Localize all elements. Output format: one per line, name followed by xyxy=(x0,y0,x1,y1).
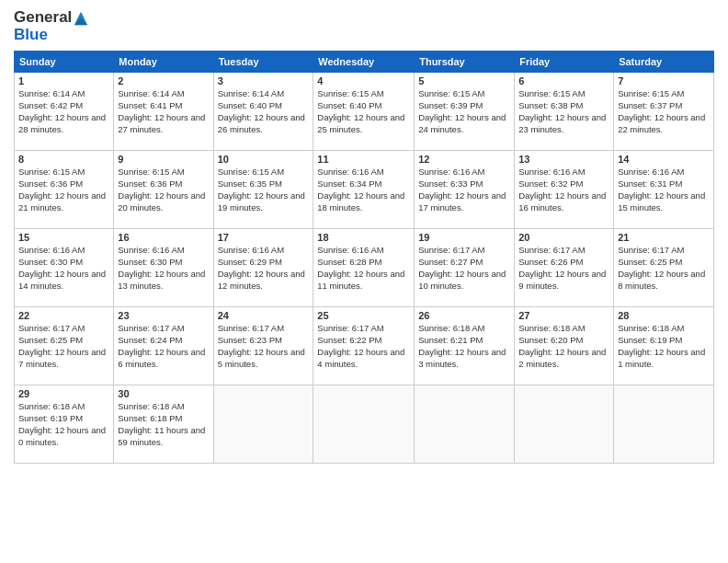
day-info: Sunrise: 6:16 AM Sunset: 6:30 PM Dayligh… xyxy=(118,245,209,292)
sunrise-label: Sunrise: 6:16 AM xyxy=(317,167,383,177)
sunset-label: Sunset: 6:19 PM xyxy=(618,335,682,345)
day-info: Sunrise: 6:18 AM Sunset: 6:18 PM Dayligh… xyxy=(118,401,209,448)
day-number: 5 xyxy=(418,75,510,86)
daylight-label: Daylight: 12 hours and 18 minutes. xyxy=(317,190,404,213)
calendar-day-cell: 15 Sunrise: 6:16 AM Sunset: 6:30 PM Dayl… xyxy=(15,229,114,307)
daylight-label: Daylight: 12 hours and 5 minutes. xyxy=(218,347,305,369)
calendar-day-cell: 20 Sunrise: 6:17 AM Sunset: 6:26 PM Dayl… xyxy=(515,229,614,307)
calendar-week-row: 22 Sunrise: 6:17 AM Sunset: 6:25 PM Dayl… xyxy=(15,307,714,385)
sunset-label: Sunset: 6:34 PM xyxy=(317,178,381,189)
sunrise-label: Sunrise: 6:18 AM xyxy=(618,323,684,333)
calendar-day-cell: 1 Sunrise: 6:14 AM Sunset: 6:42 PM Dayli… xyxy=(15,73,114,151)
day-number: 2 xyxy=(118,75,209,86)
day-number: 26 xyxy=(418,310,510,321)
sunset-label: Sunset: 6:28 PM xyxy=(317,257,381,267)
daylight-label: Daylight: 12 hours and 6 minutes. xyxy=(118,347,205,369)
day-number: 7 xyxy=(618,75,710,86)
sunrise-label: Sunrise: 6:17 AM xyxy=(118,323,184,333)
sunrise-label: Sunrise: 6:17 AM xyxy=(518,245,585,255)
day-info: Sunrise: 6:15 AM Sunset: 6:40 PM Dayligh… xyxy=(317,88,410,135)
calendar-day-cell: 19 Sunrise: 6:17 AM Sunset: 6:27 PM Dayl… xyxy=(415,229,515,307)
sunset-label: Sunset: 6:18 PM xyxy=(118,413,182,423)
sunset-label: Sunset: 6:30 PM xyxy=(118,257,182,267)
calendar-day-cell: 3 Sunrise: 6:14 AM Sunset: 6:40 PM Dayli… xyxy=(213,73,313,151)
daylight-label: Daylight: 12 hours and 0 minutes. xyxy=(18,425,106,447)
day-info: Sunrise: 6:18 AM Sunset: 6:19 PM Dayligh… xyxy=(18,401,109,448)
sunset-label: Sunset: 6:39 PM xyxy=(418,100,483,110)
sunrise-label: Sunrise: 6:18 AM xyxy=(418,323,484,333)
sunrise-label: Sunrise: 6:16 AM xyxy=(518,167,585,177)
daylight-label: Daylight: 12 hours and 3 minutes. xyxy=(418,347,506,369)
header: General Blue xyxy=(14,9,714,43)
daylight-label: Daylight: 12 hours and 11 minutes. xyxy=(317,269,404,291)
daylight-label: Daylight: 12 hours and 17 minutes. xyxy=(418,190,506,213)
calendar-day-cell: 25 Sunrise: 6:17 AM Sunset: 6:22 PM Dayl… xyxy=(313,307,415,385)
sunrise-label: Sunrise: 6:15 AM xyxy=(418,88,484,98)
daylight-label: Daylight: 12 hours and 20 minutes. xyxy=(118,190,205,213)
sunset-label: Sunset: 6:33 PM xyxy=(418,178,483,189)
calendar-day-cell: 13 Sunrise: 6:16 AM Sunset: 6:32 PM Dayl… xyxy=(515,151,614,229)
daylight-label: Daylight: 12 hours and 16 minutes. xyxy=(518,190,606,213)
calendar-week-row: 29 Sunrise: 6:18 AM Sunset: 6:19 PM Dayl… xyxy=(15,385,714,464)
sunrise-label: Sunrise: 6:18 AM xyxy=(18,401,85,411)
sunset-label: Sunset: 6:30 PM xyxy=(18,257,83,267)
calendar-day-cell xyxy=(213,385,313,464)
calendar-day-cell: 10 Sunrise: 6:15 AM Sunset: 6:35 PM Dayl… xyxy=(213,151,313,229)
calendar-day-cell: 5 Sunrise: 6:15 AM Sunset: 6:39 PM Dayli… xyxy=(415,73,515,151)
day-number: 27 xyxy=(518,310,609,321)
day-info: Sunrise: 6:18 AM Sunset: 6:21 PM Dayligh… xyxy=(418,323,510,370)
sunrise-label: Sunrise: 6:18 AM xyxy=(518,323,585,333)
calendar-day-cell: 17 Sunrise: 6:16 AM Sunset: 6:29 PM Dayl… xyxy=(213,229,313,307)
daylight-label: Daylight: 12 hours and 23 minutes. xyxy=(518,112,606,134)
calendar-day-cell: 30 Sunrise: 6:18 AM Sunset: 6:18 PM Dayl… xyxy=(114,385,213,464)
day-info: Sunrise: 6:17 AM Sunset: 6:25 PM Dayligh… xyxy=(618,245,710,292)
day-number: 25 xyxy=(317,310,410,321)
calendar-day-cell xyxy=(313,385,415,464)
daylight-label: Daylight: 12 hours and 21 minutes. xyxy=(18,190,106,213)
calendar-day-cell: 14 Sunrise: 6:16 AM Sunset: 6:31 PM Dayl… xyxy=(614,151,714,229)
calendar-day-cell xyxy=(415,385,515,464)
calendar-day-cell: 21 Sunrise: 6:17 AM Sunset: 6:25 PM Dayl… xyxy=(614,229,714,307)
sunset-label: Sunset: 6:40 PM xyxy=(218,100,282,110)
calendar-week-row: 8 Sunrise: 6:15 AM Sunset: 6:36 PM Dayli… xyxy=(15,151,714,229)
day-info: Sunrise: 6:15 AM Sunset: 6:35 PM Dayligh… xyxy=(218,167,310,213)
sunrise-label: Sunrise: 6:15 AM xyxy=(18,167,85,177)
sunrise-label: Sunrise: 6:16 AM xyxy=(218,245,284,255)
calendar-day-cell: 18 Sunrise: 6:16 AM Sunset: 6:28 PM Dayl… xyxy=(313,229,415,307)
daylight-label: Daylight: 12 hours and 2 minutes. xyxy=(518,347,606,369)
daylight-label: Daylight: 12 hours and 26 minutes. xyxy=(218,112,305,134)
calendar-day-cell: 11 Sunrise: 6:16 AM Sunset: 6:34 PM Dayl… xyxy=(313,151,415,229)
day-number: 23 xyxy=(118,310,209,321)
sunrise-label: Sunrise: 6:15 AM xyxy=(518,88,585,98)
daylight-label: Daylight: 12 hours and 9 minutes. xyxy=(518,269,606,291)
calendar-day-cell xyxy=(614,385,714,464)
logo-icon xyxy=(73,10,89,27)
calendar-day-cell: 16 Sunrise: 6:16 AM Sunset: 6:30 PM Dayl… xyxy=(114,229,213,307)
day-info: Sunrise: 6:18 AM Sunset: 6:20 PM Dayligh… xyxy=(518,323,609,370)
day-number: 13 xyxy=(518,154,609,165)
day-number: 17 xyxy=(218,232,310,243)
day-info: Sunrise: 6:15 AM Sunset: 6:37 PM Dayligh… xyxy=(618,88,710,135)
day-info: Sunrise: 6:15 AM Sunset: 6:38 PM Dayligh… xyxy=(518,88,609,135)
sunset-label: Sunset: 6:21 PM xyxy=(418,335,483,345)
col-thursday: Thursday xyxy=(415,52,515,73)
day-info: Sunrise: 6:16 AM Sunset: 6:29 PM Dayligh… xyxy=(218,245,310,292)
daylight-label: Daylight: 12 hours and 10 minutes. xyxy=(418,269,506,291)
sunset-label: Sunset: 6:42 PM xyxy=(18,100,83,110)
daylight-label: Daylight: 12 hours and 19 minutes. xyxy=(218,190,305,213)
day-number: 8 xyxy=(18,154,109,165)
calendar-day-cell: 12 Sunrise: 6:16 AM Sunset: 6:33 PM Dayl… xyxy=(415,151,515,229)
sunrise-label: Sunrise: 6:14 AM xyxy=(18,88,85,98)
sunset-label: Sunset: 6:25 PM xyxy=(18,335,83,345)
day-number: 9 xyxy=(118,154,209,165)
col-friday: Friday xyxy=(515,52,614,73)
day-number: 4 xyxy=(317,75,410,86)
daylight-label: Daylight: 12 hours and 15 minutes. xyxy=(618,190,705,213)
calendar-day-cell: 26 Sunrise: 6:18 AM Sunset: 6:21 PM Dayl… xyxy=(415,307,515,385)
sunrise-label: Sunrise: 6:15 AM xyxy=(218,167,284,177)
sunset-label: Sunset: 6:37 PM xyxy=(618,100,682,110)
calendar-day-cell: 22 Sunrise: 6:17 AM Sunset: 6:25 PM Dayl… xyxy=(15,307,114,385)
day-number: 15 xyxy=(18,232,109,243)
sunset-label: Sunset: 6:26 PM xyxy=(518,257,583,267)
calendar-day-cell: 9 Sunrise: 6:15 AM Sunset: 6:36 PM Dayli… xyxy=(114,151,213,229)
